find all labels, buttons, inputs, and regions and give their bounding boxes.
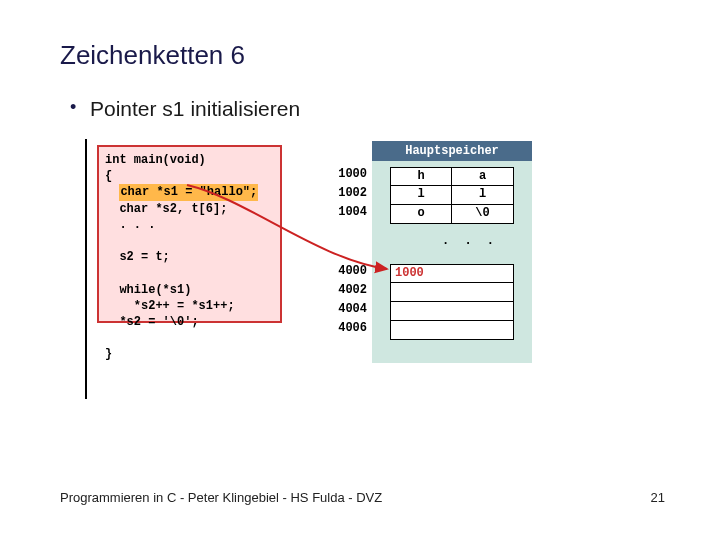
mem-addr: 4000 bbox=[327, 264, 367, 278]
mem-cell-ptr bbox=[390, 283, 514, 302]
memory-panel: Hauptspeicher h a l l o \0 . bbox=[372, 141, 532, 363]
slide-title: Zeichenketten 6 bbox=[60, 40, 665, 71]
memory-header: Hauptspeicher bbox=[372, 141, 532, 161]
mem-cell-ptr: 1000 bbox=[390, 264, 514, 283]
bullet-text: Pointer s1 initialisieren bbox=[60, 97, 665, 121]
mem-addr: 1000 bbox=[327, 167, 367, 181]
page-number: 21 bbox=[651, 490, 665, 505]
mem-cell: l bbox=[390, 186, 452, 205]
memory-area: h a l l o \0 . . . 1000 bbox=[372, 161, 532, 363]
mem-cell: h bbox=[390, 167, 452, 186]
mem-addr: 4004 bbox=[327, 302, 367, 316]
mem-cell: l bbox=[452, 186, 514, 205]
memory-pointer-cells: 1000 bbox=[390, 264, 514, 340]
memory-string-cells: h a l l o \0 bbox=[390, 167, 514, 224]
mem-addr: 4006 bbox=[327, 321, 367, 335]
footer-text: Programmieren in C - Peter Klingebiel - … bbox=[60, 490, 382, 505]
mem-addr: 1002 bbox=[327, 186, 367, 200]
code-box: int main(void) { char *s1 = "hallo"; cha… bbox=[97, 145, 282, 323]
mem-cell: o bbox=[390, 205, 452, 224]
mem-cell: \0 bbox=[452, 205, 514, 224]
code-highlight: char *s1 = "hallo"; bbox=[119, 184, 258, 200]
mem-cell: a bbox=[452, 167, 514, 186]
mem-addr: 4002 bbox=[327, 283, 367, 297]
mem-cell-ptr bbox=[390, 302, 514, 321]
mem-cell-ptr bbox=[390, 321, 514, 340]
mem-addr: 1004 bbox=[327, 205, 367, 219]
diagram-figure: int main(void) { char *s1 = "hallo"; cha… bbox=[85, 139, 505, 399]
memory-ellipsis: . . . bbox=[442, 234, 498, 248]
